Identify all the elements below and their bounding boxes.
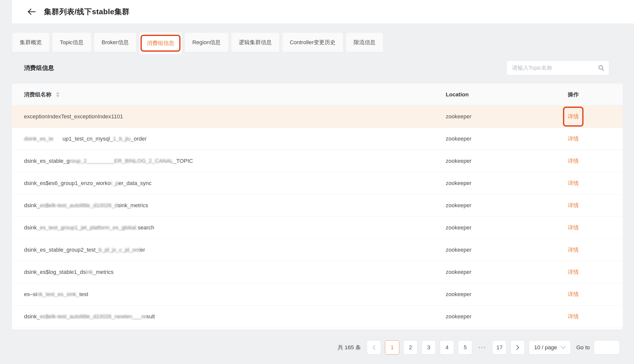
column-header-location: Location <box>446 91 568 98</box>
page-size-label: 10 / page <box>534 344 557 351</box>
top-bar: 集群列表/线下stable集群 <box>12 0 634 24</box>
column-header-action: 操作 <box>568 91 623 98</box>
page-button-4[interactable]: 4 <box>440 340 454 354</box>
detail-link[interactable]: 详情 <box>568 202 579 208</box>
tab-region-info[interactable]: Region信息 <box>184 32 229 52</box>
location-value: zookeeper <box>446 224 568 231</box>
action-cell: 详情 <box>568 290 623 298</box>
page-button-1[interactable]: 1 <box>385 340 399 354</box>
action-cell: 详情 <box>568 246 623 254</box>
table-row: dsink_es$log_stable1_dsink_metrics zooke… <box>12 261 623 283</box>
action-cell: 详情 <box>568 135 623 142</box>
tab-consumer-group-info[interactable]: 消费组信息 <box>139 32 182 54</box>
detail-link[interactable]: 详情 <box>568 180 579 186</box>
action-cell: 详情 <box>568 157 623 165</box>
back-button[interactable] <box>27 7 37 17</box>
section-title: 消费组信息 <box>12 64 54 72</box>
table-row: dsink_es$elk-test_autolittle_d10026_dsin… <box>12 194 623 217</box>
location-value: zookeeper <box>446 269 568 275</box>
consumer-group-table: 消费组名称 Location 操作 exceptionIndexTest_exc… <box>12 84 623 329</box>
table-row: exceptionIndexTest_exceptionIndex1101 zo… <box>12 106 623 128</box>
tab-bar: 集群概览 Topic信息 Broker信息 消费组信息 Region信息 逻辑集… <box>12 32 623 52</box>
detail-link[interactable]: 详情 <box>568 158 579 164</box>
page-button-5[interactable]: 5 <box>458 340 472 354</box>
tab-broker-info[interactable]: Broker信息 <box>94 32 136 52</box>
table-row: es–sink_test_es_sink_test zookeeper 详情 <box>12 283 623 306</box>
search-input[interactable] <box>512 65 598 71</box>
tab-cluster-overview[interactable]: 集群概览 <box>12 32 50 52</box>
consumer-group-name: dsink_es_te up1_test_cn_mysql_1_b_jiu_or… <box>12 136 446 142</box>
action-cell: 详情 <box>568 113 623 120</box>
total-count-label: 共 165 条 <box>338 344 361 351</box>
consumer-group-name: dsink_es_test_group1_jet_platform_es_glo… <box>12 224 446 231</box>
column-header-group-name: 消费组名称 <box>12 91 446 98</box>
consumer-group-name: dsink_es_stable_group_2_________ER_BINLO… <box>12 158 446 164</box>
pagination: 共 165 条 1 2 3 4 5 ••• 17 10 / page Go to <box>12 340 623 354</box>
detail-link[interactable]: 详情 <box>568 313 579 320</box>
detail-link[interactable]: 详情 <box>568 247 579 253</box>
page-button-2[interactable]: 2 <box>403 340 417 354</box>
detail-link[interactable]: 详情 <box>568 136 579 142</box>
table-row: dsink_es$elk-test_autolittle_d10026_newt… <box>12 306 623 328</box>
table-row: dsink_es_stable_group_2_________ER_BINLO… <box>12 150 623 172</box>
search-box <box>506 60 609 76</box>
sort-asc-caret-icon <box>56 92 60 94</box>
table-body: exceptionIndexTest_exceptionIndex1101 zo… <box>12 106 623 329</box>
action-cell: 详情 <box>568 268 623 276</box>
content-area: 集群概览 Topic信息 Broker信息 消费组信息 Region信息 逻辑集… <box>12 32 623 354</box>
arrow-left-icon <box>27 8 36 16</box>
table-row: dsink_es_test_group1_jet_platform_es_glo… <box>12 217 623 239</box>
goto-page-input[interactable] <box>594 340 620 354</box>
location-value: zookeeper <box>446 202 568 209</box>
more-pages-ellipsis[interactable]: ••• <box>476 344 488 351</box>
sort-desc-caret-icon <box>56 95 60 97</box>
consumer-group-name: dsink_es$es6_group1_enzo_workor_per_data… <box>12 180 446 186</box>
action-cell: 详情 <box>568 202 623 209</box>
location-value: zookeeper <box>446 113 568 120</box>
sort-icon[interactable] <box>56 92 60 97</box>
chevron-left-icon <box>372 345 376 350</box>
prev-page-button[interactable] <box>367 340 381 354</box>
location-value: zookeeper <box>446 291 568 298</box>
location-value: zookeeper <box>446 247 568 253</box>
search-icon[interactable] <box>598 65 604 71</box>
chevron-down-icon <box>560 346 566 349</box>
chevron-right-icon <box>516 345 520 350</box>
page-title: 集群列表/线下stable集群 <box>44 7 130 17</box>
consumer-group-name: dsink_es_stable_group2_test_b_jd_jx_c_jd… <box>12 247 446 253</box>
detail-link[interactable]: 详情 <box>568 113 579 120</box>
detail-link[interactable]: 详情 <box>568 224 579 231</box>
detail-link[interactable]: 详情 <box>568 269 579 275</box>
section-header: 消费组信息 <box>12 52 623 84</box>
table-row: dsink_es$es6_group1_enzo_workor_per_data… <box>12 172 623 194</box>
action-cell: 详情 <box>568 224 623 232</box>
page-size-select[interactable]: 10 / page <box>529 340 571 354</box>
consumer-group-name: dsink_es$elk-test_autolittle_d10026_dsin… <box>12 202 446 209</box>
page-button-3[interactable]: 3 <box>421 340 436 354</box>
table-row: dsink_es_te up1_test_cn_mysql_1_b_jiu_or… <box>12 128 623 150</box>
action-cell: 详情 <box>568 180 623 187</box>
page-button-last[interactable]: 17 <box>492 340 507 354</box>
tab-label: 消费组信息 <box>147 40 174 47</box>
tab-controller-change-history[interactable]: Controller变更历史 <box>282 32 343 52</box>
consumer-group-name: exceptionIndexTest_exceptionIndex1101 <box>12 113 446 120</box>
detail-link[interactable]: 详情 <box>568 291 579 297</box>
tab-topic-info[interactable]: Topic信息 <box>52 32 91 52</box>
location-value: zookeeper <box>446 158 568 164</box>
action-cell: 详情 <box>568 313 623 320</box>
table-header-row: 消费组名称 Location 操作 <box>12 84 623 106</box>
location-value: zookeeper <box>446 136 568 142</box>
consumer-group-name: dsink_es$elk-test_autolittle_d10026_newt… <box>12 313 446 320</box>
next-page-button[interactable] <box>511 340 525 354</box>
location-value: zookeeper <box>446 180 568 186</box>
tab-throttle-info[interactable]: 限流信息 <box>346 32 383 52</box>
table-row: dsink_es_stable_group2_test_b_jd_jx_c_jd… <box>12 239 623 261</box>
tab-logical-cluster-info[interactable]: 逻辑集群信息 <box>231 32 280 52</box>
consumer-group-name: es–sink_test_es_sink_test <box>12 291 446 298</box>
goto-label: Go to <box>576 344 590 351</box>
location-value: zookeeper <box>446 313 568 320</box>
consumer-group-name: dsink_es$log_stable1_dsink_metrics <box>12 269 446 275</box>
